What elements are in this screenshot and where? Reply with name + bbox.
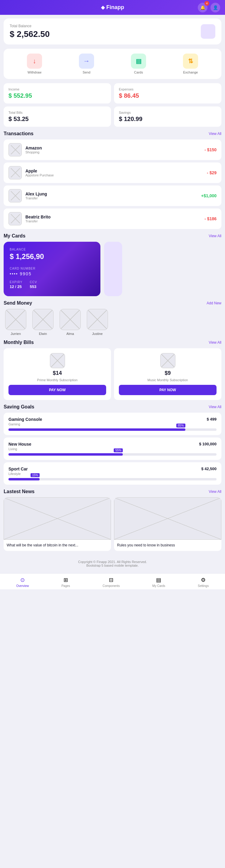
nav-item-my-cards[interactable]: ▤ My Cards (153, 577, 165, 588)
app-header: ◆ Finapp 🔔 4 👤 (0, 0, 225, 15)
transaction-name: Beatriz Brito (25, 215, 51, 219)
transactions-view-all[interactable]: View All (209, 132, 221, 136)
transaction-left: Beatriz Brito Transfer (8, 212, 51, 225)
amazon-icon (8, 143, 22, 156)
music-bill-name: Music Monthly Subscription (148, 378, 188, 382)
stat-savings: Savings $ 120.99 (114, 106, 221, 127)
news-view-all[interactable]: View All (209, 490, 221, 494)
table-row[interactable]: Beatriz Brito Transfer - $186 (4, 209, 221, 229)
cards-icon: ▤ (131, 54, 146, 69)
card-meta: EXPIRY 12 / 25 CCV 553 (10, 280, 94, 289)
list-item[interactable]: Jurrien (4, 309, 28, 336)
goal-header: Sport Car $ 42,500 (8, 467, 217, 471)
progress-label: 55% (114, 448, 123, 452)
justine-avatar (87, 309, 108, 330)
latest-news-section: Lastest News View All What will be the v… (4, 489, 221, 551)
stats-grid: Income $ 552.95 Expenses $ 86.45 Total B… (4, 83, 221, 127)
list-item[interactable]: What will be the value of bitcoin in the… (4, 497, 111, 551)
transaction-name: Alex Ljung (25, 191, 47, 196)
news-grid: What will be the value of bitcoin in the… (4, 497, 221, 551)
nav-item-components[interactable]: ⊟ Components (102, 577, 120, 588)
balance-info: Total Balance $ 2,562.50 (10, 24, 50, 39)
footer: Copyright © Finapp 2021. All Rights Rese… (4, 555, 221, 570)
total-bills-value: $ 53.25 (8, 116, 106, 123)
person-name: Alma (66, 332, 74, 336)
table-row[interactable]: Alex Ljung Transfer +$1,000 (4, 185, 221, 206)
footer-sub: Bootstrap 5 based mobile template. (4, 564, 221, 567)
nav-label-settings: Settings (198, 584, 209, 588)
exchange-icon: ⇅ (183, 54, 198, 69)
list-item[interactable]: Alma (58, 309, 82, 336)
transaction-sub: Shopping (25, 150, 42, 154)
avatar[interactable]: 👤 (211, 3, 220, 12)
card-balance-label: BALANCE (10, 248, 94, 251)
saving-goals-section: Saving Goals View All Gaming Console $ 4… (4, 404, 221, 485)
nav-label-pages: Pages (61, 584, 70, 588)
prime-pay-now-button[interactable]: PAY NOW (8, 385, 106, 395)
action-withdraw[interactable]: ↓ Withdraw (27, 54, 42, 74)
nav-item-overview[interactable]: ⊙ Overview (16, 577, 29, 588)
transaction-sub: Transfer (25, 219, 51, 223)
main-content: Total Balance $ 2,562.50 ↓ Withdraw → Se… (0, 15, 225, 573)
goal-header: New House $ 100,000 (8, 442, 217, 446)
list-item: $9 Music Monthly Subscription PAY NOW (114, 348, 221, 400)
person-name: Jurrien (10, 332, 21, 336)
transaction-left: Alex Ljung Transfer (8, 189, 47, 203)
person-name: Elwin (39, 332, 47, 336)
jurrien-avatar (5, 309, 26, 330)
send-icon: → (79, 54, 94, 69)
transactions-header: Transactions View All (4, 131, 221, 136)
transaction-left: Amazon Shopping (8, 143, 42, 156)
list-item[interactable]: Rules you need to know in business (114, 497, 221, 551)
notification-bell[interactable]: 🔔 4 (198, 3, 207, 12)
nav-item-settings[interactable]: ⚙ Settings (198, 577, 209, 588)
monthly-bills-section: Monthly Bills View All $14 Prime Monthly… (4, 340, 221, 400)
balance-label: Total Balance (10, 24, 50, 28)
withdraw-label: Withdraw (28, 70, 41, 74)
card-number: •••• 9905 (10, 271, 94, 276)
saving-goals-header: Saving Goals View All (4, 404, 221, 410)
nav-label-my-cards: My Cards (153, 584, 165, 588)
action-exchange[interactable]: ⇅ Exchange (183, 54, 198, 74)
ccv-label: CCV (30, 280, 37, 284)
prime-bill-amount: $14 (53, 370, 62, 376)
transaction-sub: Transfer (25, 196, 47, 200)
table-row[interactable]: Amazon Shopping - $150 (4, 140, 221, 160)
send-money-title: Send Money (4, 301, 32, 306)
transaction-left: Apple Appstore Purchase (8, 166, 54, 179)
action-cards[interactable]: ▤ Cards (131, 54, 146, 74)
balance-icon-box (201, 24, 215, 39)
nav-item-pages[interactable]: ⊞ Pages (61, 577, 70, 588)
list-item: Gaming Console $ 499 Gaming 85% (4, 413, 221, 435)
expiry-label: EXPIRY (10, 280, 23, 284)
progress-bar-fill: 85% (8, 428, 185, 431)
transaction-amount: - $186 (204, 216, 217, 221)
cards-view-all[interactable]: View All (209, 234, 221, 238)
balance-card: Total Balance $ 2,562.50 (4, 19, 221, 44)
table-row[interactable]: Apple Appstore Purchase - $29 (4, 162, 221, 183)
bills-view-all[interactable]: View All (209, 340, 221, 345)
quick-actions: ↓ Withdraw → Send ▤ Cards ⇅ Exchange (4, 49, 221, 79)
news-body: Rules you need to know in business (114, 540, 221, 551)
goal-category: Gaming (8, 422, 217, 426)
list-item[interactable]: Elwin (31, 309, 55, 336)
saving-goals-view-all[interactable]: View All (209, 405, 221, 409)
app-logo: ◆ Finapp (101, 4, 124, 10)
transaction-sub: Appstore Purchase (25, 173, 54, 177)
music-pay-now-button[interactable]: PAY NOW (119, 385, 217, 395)
my-cards-section: My Cards View All BALANCE $ 1,256,90 CAR… (4, 233, 221, 296)
progress-bar-fill: 15% (8, 478, 40, 480)
send-money-add-new[interactable]: Add New (206, 301, 221, 305)
profile-avatar[interactable]: 👤 (211, 3, 220, 12)
news-body: What will be the value of bitcoin in the… (4, 540, 111, 551)
action-send[interactable]: → Send (79, 54, 94, 74)
my-cards-title: My Cards (4, 233, 25, 239)
list-item[interactable]: Justine (85, 309, 109, 336)
stat-expenses: Expenses $ 86.45 (114, 83, 221, 103)
savings-value: $ 120.99 (119, 116, 217, 123)
news-title-text: Rules you need to know in business (117, 543, 218, 548)
elwin-avatar (32, 309, 54, 330)
music-bill-icon (160, 353, 175, 368)
credit-card[interactable]: BALANCE $ 1,256,90 CARD NUMBER •••• 9905… (4, 242, 100, 296)
overview-icon: ⊙ (20, 577, 25, 583)
